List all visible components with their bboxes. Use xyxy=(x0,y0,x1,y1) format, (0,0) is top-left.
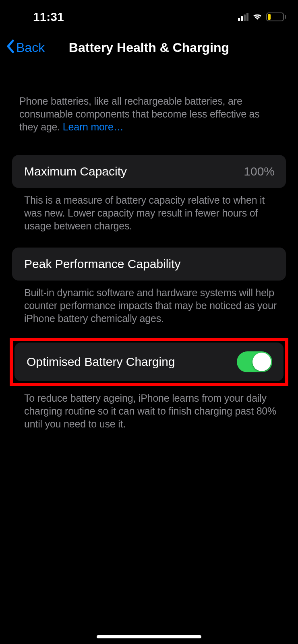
peak-performance-footer: Built-in dynamic software and hardware s… xyxy=(0,281,298,325)
battery-icon xyxy=(266,12,286,21)
maximum-capacity-row[interactable]: Maximum Capacity 100% xyxy=(12,155,286,188)
home-indicator[interactable] xyxy=(97,635,201,638)
status-time: 11:31 xyxy=(33,10,64,24)
page-title: Battery Health & Charging xyxy=(7,40,291,55)
maximum-capacity-value: 100% xyxy=(244,165,275,178)
optimised-battery-charging-footer: To reduce battery ageing, iPhone learns … xyxy=(0,386,298,430)
cellular-signal-icon xyxy=(238,13,248,21)
optimised-battery-charging-toggle[interactable] xyxy=(237,351,272,372)
optimised-battery-charging-row[interactable]: Optimised Battery Charging xyxy=(14,343,284,381)
navigation-bar: Back Battery Health & Charging xyxy=(0,29,298,62)
chevron-left-icon xyxy=(6,39,15,57)
status-indicators xyxy=(238,12,286,21)
peak-performance-label: Peak Performance Capability xyxy=(24,257,181,271)
highlight-annotation: Optimised Battery Charging xyxy=(10,338,288,386)
intro-body: Phone batteries, like all rechargeable b… xyxy=(19,95,260,132)
status-bar: 11:31 xyxy=(0,0,298,29)
learn-more-link[interactable]: Learn more… xyxy=(63,121,124,132)
maximum-capacity-footer: This is a measure of battery capacity re… xyxy=(0,188,298,232)
back-label: Back xyxy=(16,40,45,55)
toggle-knob xyxy=(252,353,271,371)
optimised-battery-charging-label: Optimised Battery Charging xyxy=(27,355,175,369)
intro-text: Phone batteries, like all rechargeable b… xyxy=(0,62,298,140)
back-button[interactable]: Back xyxy=(6,39,45,57)
peak-performance-row[interactable]: Peak Performance Capability xyxy=(12,248,286,281)
maximum-capacity-label: Maximum Capacity xyxy=(24,165,127,178)
wifi-icon xyxy=(252,12,263,21)
